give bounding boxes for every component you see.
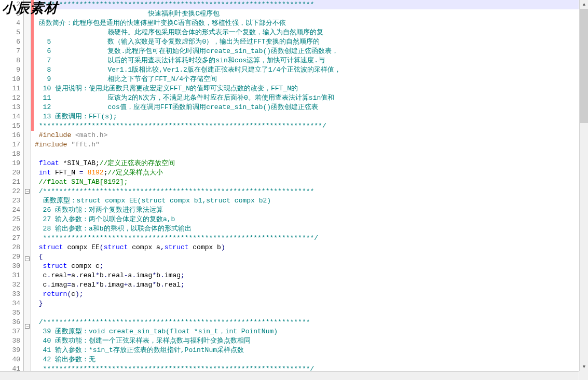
code-line[interactable]: 8 Ver1.1版相比较,Ver1.2版在创建正弦表时只建立了1/4个正弦波的采… bbox=[35, 65, 579, 75]
line-number: 23 bbox=[0, 196, 20, 206]
code-line[interactable]: 赖硬件。此程序包采用联合体的形式表示一个复数，输入为自然顺序的复 bbox=[35, 28, 579, 37]
code-line[interactable]: //float SIN_TAB[8192]; bbox=[35, 178, 579, 187]
code-line[interactable]: 12 cos值，应在调用FFT函数前调用create_sin_tab()函数创建… bbox=[35, 103, 579, 112]
fold-column[interactable] bbox=[24, 0, 31, 380]
fold-toggle-icon[interactable] bbox=[25, 189, 30, 194]
line-number: 40 bbox=[0, 355, 20, 364]
code-line[interactable]: ****************************************… bbox=[35, 0, 579, 9]
line-number: 28 bbox=[0, 243, 20, 252]
code-line[interactable] bbox=[35, 150, 579, 159]
code-line[interactable]: 41 输入参数：*sin_t存放正弦表的数组指针,PointNum采样点数 bbox=[35, 346, 579, 355]
code-line[interactable]: 函数简介：此程序包是通用的快速傅里叶变换C语言函数，移植性强，以下部分不依 bbox=[35, 19, 579, 28]
line-number: 6 bbox=[0, 37, 20, 47]
code-line[interactable]: ****************************************… bbox=[35, 121, 579, 131]
code-editor[interactable]: 2345678910111213141516171819202122232425… bbox=[0, 0, 579, 380]
line-number: 32 bbox=[0, 280, 20, 290]
line-number: 8 bbox=[0, 56, 20, 65]
line-number: 39 bbox=[0, 346, 20, 355]
line-number: 13 bbox=[0, 103, 20, 112]
line-number: 26 bbox=[0, 224, 20, 234]
code-line[interactable]: 10 使用说明：使用此函数只需更改宏定义FFT_N的值即可实现点数的改变，FFT… bbox=[35, 84, 579, 93]
line-number: 5 bbox=[0, 28, 20, 37]
line-number: 20 bbox=[0, 168, 20, 178]
line-number: 16 bbox=[0, 131, 20, 140]
code-line[interactable]: 42 输出参数：无 bbox=[35, 355, 579, 364]
line-number: 27 bbox=[0, 234, 20, 243]
code-line[interactable]: 39 函数原型：void create_sin_tab(float *sin_t… bbox=[35, 327, 579, 336]
line-number: 36 bbox=[0, 318, 20, 327]
code-line[interactable]: ****************************************… bbox=[35, 234, 579, 243]
line-number: 22 bbox=[0, 187, 20, 196]
fold-toggle-icon[interactable] bbox=[25, 256, 30, 261]
vertical-scrollbar[interactable]: ▲ ▼ bbox=[579, 0, 588, 371]
line-number: 37 bbox=[0, 327, 20, 336]
code-line[interactable]: c.real=a.real*b.real-a.imag*b.imag; bbox=[35, 271, 579, 280]
code-line[interactable]: 11 应该为2的N次方，不满足此条件时应在后面补0。若使用查表法计算sin值和 bbox=[35, 93, 579, 103]
line-number: 9 bbox=[0, 65, 20, 75]
line-number: 4 bbox=[0, 19, 20, 28]
code-content[interactable]: ****************************************… bbox=[34, 0, 579, 380]
scroll-down-button[interactable]: ▼ bbox=[580, 362, 588, 371]
line-number: 19 bbox=[0, 159, 20, 168]
code-line[interactable]: 9 相比之下节省了FFT_N/4个存储空间 bbox=[35, 75, 579, 84]
code-line[interactable]: /***************************************… bbox=[35, 318, 579, 327]
code-line[interactable]: c.imag=a.real*b.imag+a.imag*b.real; bbox=[35, 280, 579, 290]
code-line[interactable]: { bbox=[35, 252, 579, 262]
line-number: 35 bbox=[0, 308, 20, 318]
code-line[interactable]: int FFT_N = 8192;//定义采样点大小 bbox=[35, 168, 579, 178]
line-number: 18 bbox=[0, 150, 20, 159]
code-line[interactable]: /***************************************… bbox=[35, 187, 579, 196]
code-line[interactable]: 26 函数功能：对两个复数进行乘法运算 bbox=[35, 206, 579, 215]
line-number-gutter: 2345678910111213141516171819202122232425… bbox=[0, 0, 24, 380]
line-number: 12 bbox=[0, 93, 20, 103]
code-line[interactable]: float *SIN_TAB;//定义正弦表的存放空间 bbox=[35, 159, 579, 168]
code-line[interactable]: #include <math.h> bbox=[35, 131, 579, 140]
line-number: 38 bbox=[0, 336, 20, 346]
line-number: 21 bbox=[0, 178, 20, 187]
line-number: 10 bbox=[0, 75, 20, 84]
code-line[interactable]: 7 以后的可采用查表法计算耗时较多的sin和cos运算，加快可计算速度.与 bbox=[35, 56, 579, 65]
line-number: 14 bbox=[0, 112, 20, 121]
line-number: 17 bbox=[0, 140, 20, 150]
code-line[interactable]: struct compx c; bbox=[35, 262, 579, 271]
code-line[interactable]: struct compx EE(struct compx a,struct co… bbox=[35, 243, 579, 252]
line-number: 34 bbox=[0, 299, 20, 308]
fold-toggle-icon[interactable] bbox=[25, 324, 30, 329]
horizontal-scrollbar[interactable] bbox=[0, 371, 579, 380]
code-line[interactable]: 13 函数调用：FFT(s); bbox=[35, 112, 579, 121]
code-line[interactable]: #include "fft.h" bbox=[35, 140, 579, 150]
code-line[interactable]: 6 复数.此程序包可在初始化时调用create_sin_tab()函数创建正弦函… bbox=[35, 47, 579, 56]
line-number: 15 bbox=[0, 121, 20, 131]
line-number: 29 bbox=[0, 252, 20, 262]
code-line[interactable] bbox=[35, 308, 579, 318]
watermark-text: 小辰素材 bbox=[2, 0, 58, 17]
line-number: 7 bbox=[0, 47, 20, 56]
line-number: 24 bbox=[0, 206, 20, 215]
code-line[interactable]: 28 输出参数：a和b的乘积，以联合体的形式输出 bbox=[35, 224, 579, 234]
line-number: 25 bbox=[0, 215, 20, 224]
code-line[interactable]: 5 数（输入实数是可令复数虚部为0），输出为经过FFT变换的自然顺序的 bbox=[35, 37, 579, 47]
line-number: 11 bbox=[0, 84, 20, 93]
line-number: 30 bbox=[0, 262, 20, 271]
line-number: 31 bbox=[0, 271, 20, 280]
code-line[interactable]: 快速福利叶变换C程序包 bbox=[35, 9, 579, 19]
scroll-up-button[interactable]: ▲ bbox=[580, 0, 588, 9]
code-line[interactable]: return(c); bbox=[35, 290, 579, 299]
line-number: 33 bbox=[0, 290, 20, 299]
code-line[interactable]: } bbox=[35, 299, 579, 308]
code-line[interactable]: 函数原型：struct compx EE(struct compx b1,str… bbox=[35, 196, 579, 206]
scrollbar-corner bbox=[579, 371, 588, 380]
code-line[interactable]: 40 函数功能：创建一个正弦采样表，采样点数与福利叶变换点数相同 bbox=[35, 336, 579, 346]
code-line[interactable]: 27 输入参数：两个以联合体定义的复数a,b bbox=[35, 215, 579, 224]
vertical-scroll-thumb[interactable] bbox=[580, 9, 588, 123]
